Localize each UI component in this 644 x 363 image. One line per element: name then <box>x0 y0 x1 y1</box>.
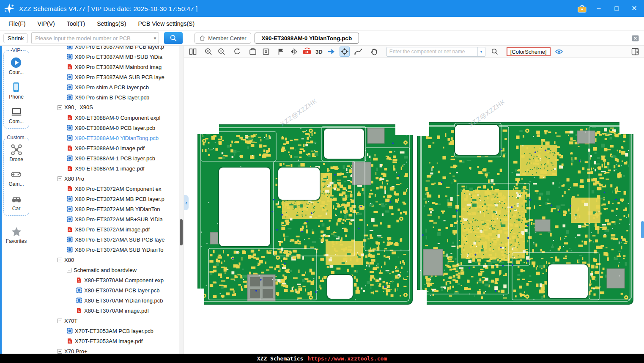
tree-file-row[interactable]: X90 Pro shim A PCB layer.pcb <box>31 82 184 92</box>
play-circle-icon <box>10 56 22 69</box>
sidebar-item-com[interactable]: Com... <box>9 105 24 124</box>
tree-item-label: X80 Pro-ET3072AMA SUB PCB laye <box>75 236 164 243</box>
tree-file-row[interactable]: X80-ET3070AM Component exp <box>31 275 184 285</box>
zoom-in-icon[interactable] <box>204 47 213 56</box>
tree-item-label: X90-ET3088AM-1 image.pdf <box>75 165 145 172</box>
tree-file-row[interactable]: X90-ET3088AM-0 Component expl <box>31 113 184 123</box>
tree-file-row[interactable]: X90 Pro ET3087AM MB PCB layer.p <box>31 46 184 52</box>
zoom-out-icon[interactable] <box>217 47 226 56</box>
collapse-icon[interactable] <box>58 349 62 354</box>
tree-item-label: X80-ET3070AM YiDianTong.pcb <box>84 297 163 304</box>
tree-file-row[interactable]: X80 Pro-ET3072AM MB PCB layer.p <box>31 194 184 204</box>
model-search-button[interactable] <box>164 32 183 44</box>
sidebar-item-car[interactable]: Car <box>10 192 23 212</box>
tree-group-row[interactable]: X80 Pro <box>31 173 184 184</box>
model-search-combo[interactable]: Please input the model number or PCB ▾ <box>31 32 159 44</box>
panel-collapse-handle[interactable]: ‹ <box>184 195 189 210</box>
collapse-icon[interactable] <box>67 268 71 272</box>
tree-file-row[interactable]: X80 Pro-ET3072AM image.pdf <box>31 224 184 234</box>
tree-group-row[interactable]: Schematic and boardview <box>31 265 184 275</box>
menu-item[interactable]: VIP(V) <box>31 20 60 27</box>
tree-file-row[interactable]: X90-ET3088AM-1 image.pdf <box>31 163 184 173</box>
chevron-down-icon[interactable]: ▾ <box>151 36 159 41</box>
pcb-file-icon <box>67 236 73 242</box>
jump-arrow-icon[interactable] <box>326 47 336 56</box>
shrink-button[interactable]: Shrink <box>3 33 28 43</box>
pdf-file-icon <box>67 64 73 70</box>
component-search-placeholder: Enter the component or net name <box>387 49 477 55</box>
component-search-icon[interactable] <box>490 47 499 56</box>
tree-scrollbar-thumb[interactable] <box>180 219 183 245</box>
menu-bar: File(F)VIP(V)Tool(T)Settings(S)PCB View … <box>0 17 644 31</box>
tree-group-row[interactable]: X70 Pro+ <box>31 346 184 354</box>
crosshair-select-icon[interactable] <box>340 47 350 57</box>
board-top-icon[interactable] <box>248 47 258 56</box>
tree-file-row[interactable]: X80-ET3070AM YiDianTong.pcb <box>31 295 184 305</box>
3d-label[interactable]: 3D <box>315 49 323 55</box>
menu-item[interactable]: PCB View settings(S) <box>132 20 200 27</box>
tree-file-row[interactable]: X90-ET3088AM-0 image.pdf <box>31 143 184 153</box>
flag-icon[interactable] <box>276 47 285 56</box>
menu-item[interactable]: File(F) <box>3 20 31 27</box>
flip-board-red-icon[interactable] <box>302 47 312 56</box>
tree-scrollbar[interactable] <box>179 46 183 354</box>
tree-file-row[interactable]: X90-ET3088AM-0 YiDianTong.pcb <box>31 133 184 143</box>
tree-file-row[interactable]: X80 Pro-ET3072AM MB+SUB YiDia <box>31 214 184 224</box>
favorites-label: Favorites <box>6 238 27 244</box>
tree-item-label: X90 Pro ET3087AMA SUB PCB laye <box>75 74 164 80</box>
tree-file-row[interactable]: X80-ET3070AM PCB layer.pcb <box>31 285 184 295</box>
tree-file-row[interactable]: X80 Pro-ET3072AM Component ex <box>31 184 184 194</box>
dual-view-icon[interactable] <box>188 47 197 56</box>
sidebar-item-drone[interactable]: Drone <box>9 143 23 162</box>
measure-curve-icon[interactable] <box>354 47 363 56</box>
tab-active-pcb[interactable]: X90-ET3088AM-0 YiDianTong.pcb <box>255 33 359 44</box>
collapse-icon[interactable] <box>58 105 62 110</box>
layer-panel-icon[interactable] <box>630 47 640 56</box>
eye-icon[interactable] <box>554 47 564 56</box>
tree-file-row[interactable]: X90-ET3088AM-0 PCB layer.pcb <box>31 123 184 133</box>
component-search-combo[interactable]: Enter the component or net name ▾ <box>386 47 485 57</box>
tree-file-row[interactable]: X80-ET3070AM image.pdf <box>31 305 184 316</box>
pcb-file-icon <box>67 74 73 80</box>
mirror-flip-icon[interactable] <box>289 47 299 56</box>
chevron-down-icon[interactable]: ▾ <box>477 47 485 56</box>
canvas-scrollbar-thumb[interactable] <box>641 221 644 238</box>
tree-file-row[interactable]: X90-ET3088AM-1 PCB layer.pcb <box>31 153 184 163</box>
pcb-file-icon <box>67 54 73 60</box>
collapse-icon[interactable] <box>58 319 62 323</box>
vip-briefcase-icon[interactable] <box>578 5 586 13</box>
sidebar-item-gam[interactable]: Gam... <box>8 168 24 187</box>
close-tab-icon[interactable] <box>632 35 639 41</box>
tree-group-row[interactable]: X80 <box>31 255 184 265</box>
member-center-button[interactable]: Member Center <box>195 33 251 44</box>
title-bar: XZZ Schematics V4.77 [ VIP Due date: 202… <box>0 0 644 17</box>
menu-item[interactable]: Tool(T) <box>61 20 91 27</box>
tree-file-row[interactable]: X70T-ET3053AM image.pdf <box>31 336 184 346</box>
tree-file-row[interactable]: X90 Pro shim B PCB layer.pcb <box>31 92 184 102</box>
collapse-icon[interactable] <box>58 176 62 181</box>
menu-item[interactable]: Settings(S) <box>91 20 132 27</box>
sidebar-item-favorites[interactable]: Favorites <box>2 226 31 244</box>
tree-file-row[interactable]: X80 Pro-ET3072AMA SUB YiDianTo <box>31 245 184 255</box>
window-title: XZZ Schematics V4.77 [ VIP Due date: 202… <box>19 5 197 12</box>
sidebar-item-cour[interactable]: Cour... <box>9 56 24 75</box>
tree-file-row[interactable]: X80 Pro-ET3072AMA SUB PCB laye <box>31 234 184 245</box>
pcb-canvas-area[interactable]: XZZ@XZZHK XZZ@XZZHK ‹ <box>184 58 644 354</box>
pan-hand-icon[interactable] <box>369 47 378 56</box>
rotate-icon[interactable] <box>233 47 242 56</box>
tree-file-row[interactable]: X90 Pro ET3087AM Mainbord imag <box>31 62 184 72</box>
tree-group-row[interactable]: X70T <box>31 316 184 326</box>
tree-group-row[interactable]: X90、X90S <box>31 102 184 113</box>
close-button[interactable]: ✕ <box>629 0 640 17</box>
tree-file-row[interactable]: X90 Pro ET3087AM MB+SUB YiDia <box>31 52 184 62</box>
colorscheme-button[interactable]: [ColorScheme] <box>507 47 551 56</box>
collapse-icon[interactable] <box>58 258 62 262</box>
sidebar-item-phone[interactable]: Phone <box>9 81 24 100</box>
tree-file-row[interactable]: X80 Pro-ET3072AM MB YiDianTon <box>31 204 184 214</box>
maximize-button[interactable]: □ <box>611 0 622 17</box>
tree-file-row[interactable]: X70T-ET3053AM PCB layer.pcb <box>31 326 184 336</box>
minimize-button[interactable]: – <box>593 0 604 17</box>
pcb-board-view[interactable]: XZZ@XZZHK XZZ@XZZHK <box>184 58 644 354</box>
tree-file-row[interactable]: X90 Pro ET3087AMA SUB PCB laye <box>31 72 184 82</box>
board-pin-icon[interactable] <box>261 47 271 56</box>
